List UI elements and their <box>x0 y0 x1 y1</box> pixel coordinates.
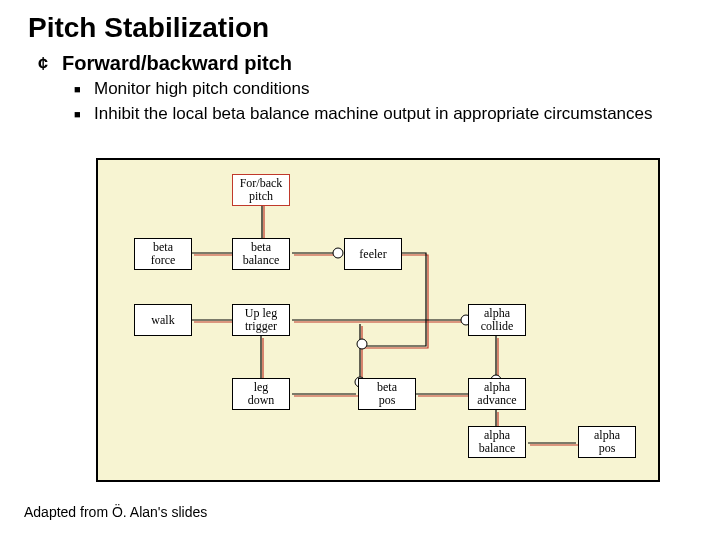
node-walk: walk <box>134 304 192 336</box>
node-beta-pos: betapos <box>358 378 416 410</box>
node-beta-force: betaforce <box>134 238 192 270</box>
node-for-back-pitch: For/backpitch <box>232 174 290 206</box>
node-feeler: feeler <box>344 238 402 270</box>
node-up-leg-trigger: Up legtrigger <box>232 304 290 336</box>
bullet-text: Inhibit the local beta balance machine o… <box>94 104 653 123</box>
node-alpha-balance: alphabalance <box>468 426 526 458</box>
bullet-circle-icon: ¢ <box>38 54 48 75</box>
svg-point-0 <box>333 248 343 258</box>
square-bullet-icon: ■ <box>74 107 81 122</box>
bullet-item: ■ Monitor high pitch conditions <box>94 78 653 101</box>
subheading-text: Forward/backward pitch <box>62 52 292 74</box>
block-diagram: For/backpitch betaforce betabalance feel… <box>96 158 660 482</box>
square-bullet-icon: ■ <box>74 82 81 97</box>
node-alpha-pos: alphapos <box>578 426 636 458</box>
subheading: ¢ Forward/backward pitch <box>62 52 292 75</box>
node-leg-down: legdown <box>232 378 290 410</box>
credit-text: Adapted from Ö. Alan's slides <box>24 504 207 520</box>
node-alpha-collide: alphacollide <box>468 304 526 336</box>
bullet-list: ■ Monitor high pitch conditions ■ Inhibi… <box>94 78 653 128</box>
bullet-text: Monitor high pitch conditions <box>94 79 309 98</box>
svg-point-3 <box>357 339 367 349</box>
slide-title: Pitch Stabilization <box>28 12 269 44</box>
node-beta-balance: betabalance <box>232 238 290 270</box>
slide: Pitch Stabilization ¢ Forward/backward p… <box>0 0 720 540</box>
node-alpha-advance: alphaadvance <box>468 378 526 410</box>
bullet-item: ■ Inhibit the local beta balance machine… <box>94 103 653 126</box>
